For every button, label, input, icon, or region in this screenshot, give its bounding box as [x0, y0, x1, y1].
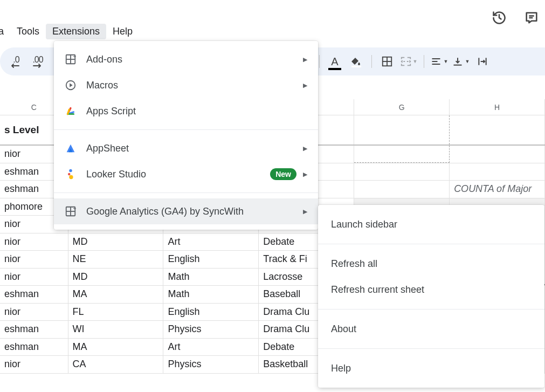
grid-cell[interactable]: Math: [163, 286, 259, 303]
grid-cell[interactable]: FL: [68, 304, 164, 321]
grid-cell[interactable]: [354, 181, 450, 198]
ext-label: Google Analytics (GA4) by SyncWith: [86, 206, 303, 217]
grid-cell[interactable]: MA: [68, 339, 164, 356]
grid-cell[interactable]: [450, 163, 545, 181]
history-icon[interactable]: [491, 10, 507, 26]
grid-cell[interactable]: [354, 146, 450, 163]
ext-label: AppSheet: [86, 143, 303, 154]
svg-marker-17: [70, 83, 73, 87]
toolbar-separator: [424, 55, 424, 68]
grid-cell[interactable]: Art: [163, 339, 259, 356]
chevron-right-icon: ▶: [303, 208, 307, 215]
chevron-right-icon: ▶: [303, 171, 307, 178]
grid-cell[interactable]: nior: [0, 269, 68, 286]
grid-cell[interactable]: English: [163, 304, 259, 321]
chevron-right-icon: ▶: [303, 82, 307, 89]
macros-icon: [64, 78, 78, 92]
grid-cell-counta[interactable]: COUNTA of Major: [450, 181, 545, 198]
merge-cells-button[interactable]: ▼: [399, 52, 418, 71]
fill-color-button[interactable]: [347, 52, 366, 71]
ext-appsheet[interactable]: AppSheet ▶: [54, 135, 318, 161]
appsheet-icon: [64, 141, 78, 155]
grid-cell[interactable]: CA: [68, 356, 164, 373]
looker-icon: [64, 167, 78, 181]
grid-cell[interactable]: WI: [68, 321, 164, 338]
grid-cell[interactable]: eshman: [0, 339, 68, 356]
grid-cell[interactable]: nior: [0, 233, 68, 251]
vertical-align-button[interactable]: ▼: [451, 52, 471, 71]
grid-cell[interactable]: eshman: [0, 286, 68, 303]
addons-icon: +: [64, 204, 78, 218]
menu-separator: [54, 129, 318, 130]
text-color-letter: A: [331, 56, 338, 68]
grid-cell[interactable]: nior: [0, 304, 68, 321]
ext-apps-script[interactable]: Apps Script: [54, 98, 318, 124]
apps-script-icon: [64, 104, 78, 118]
grid-cell[interactable]: [354, 163, 450, 181]
col-header-g[interactable]: G: [354, 99, 450, 115]
grid-cell[interactable]: MA: [68, 286, 164, 303]
submenu-refresh-all[interactable]: Refresh all: [318, 251, 544, 277]
submenu-launch-sidebar[interactable]: Launch sidebar: [318, 211, 544, 237]
grid-cell[interactable]: [450, 146, 545, 163]
ext-ga4-syncwith[interactable]: + Google Analytics (GA4) by SyncWith ▶: [54, 198, 318, 224]
menu-separator: [54, 192, 318, 193]
menubar: ta Tools Extensions Help: [0, 22, 545, 41]
text-wrap-button[interactable]: [473, 52, 492, 71]
decrease-decimal-button[interactable]: .0: [6, 52, 26, 71]
ext-label: Add-ons: [86, 54, 303, 65]
grid-cell[interactable]: Art: [163, 233, 259, 251]
horizontal-align-button[interactable]: ▼: [430, 52, 449, 71]
svg-point-19: [68, 173, 71, 176]
grid-cell[interactable]: [450, 115, 545, 145]
grid-cell[interactable]: Physics: [163, 356, 259, 373]
grid-cell[interactable]: Physics: [163, 321, 259, 338]
menu-tools[interactable]: Tools: [10, 24, 46, 39]
ext-looker-studio[interactable]: Looker Studio New ▶: [54, 161, 318, 187]
submenu-help[interactable]: Help: [318, 355, 544, 381]
text-color-underline: [328, 68, 341, 70]
col-header-h[interactable]: H: [450, 99, 545, 115]
grid-cell[interactable]: English: [163, 251, 259, 268]
text-color-button[interactable]: A: [325, 52, 344, 71]
counta-label: COUNTA of Major: [454, 183, 532, 195]
grid-cell[interactable]: nior: [0, 251, 68, 268]
submenu-refresh-current[interactable]: Refresh current sheet: [318, 277, 544, 302]
menu-help[interactable]: Help: [106, 24, 139, 39]
chevron-right-icon: ▶: [303, 56, 307, 63]
grid-cell[interactable]: MD: [68, 269, 164, 286]
addons-icon: +: [64, 52, 78, 66]
toolbar-separator: [319, 55, 320, 68]
grid-cell[interactable]: Math: [163, 269, 259, 286]
extensions-menu: + Add-ons ▶ Macros ▶ Apps Script AppShee…: [54, 41, 318, 230]
toolbar-separator: [371, 55, 372, 68]
comment-icon[interactable]: [523, 10, 540, 26]
grid-cell[interactable]: eshman: [0, 321, 68, 338]
ext-label: Macros: [86, 80, 303, 91]
ext-addons[interactable]: + Add-ons ▶: [54, 46, 318, 72]
svg-text:+: +: [73, 205, 77, 211]
svg-rect-2: [351, 66, 361, 67]
ext-label: Looker Studio: [86, 169, 270, 180]
chevron-right-icon: ▶: [303, 145, 307, 152]
menu-separator: [318, 309, 544, 310]
svg-point-20: [69, 175, 73, 179]
ga4-submenu: Launch sidebar Refresh all Refresh curre…: [318, 205, 544, 388]
svg-point-18: [69, 169, 72, 173]
ext-macros[interactable]: Macros ▶: [54, 72, 318, 98]
menu-separator: [318, 348, 544, 349]
svg-text:+: +: [73, 53, 77, 59]
menu-data-partial[interactable]: ta: [0, 24, 10, 39]
new-badge: New: [270, 168, 296, 180]
grid-cell[interactable]: MD: [68, 233, 164, 251]
grid-cell[interactable]: NE: [68, 251, 164, 268]
menu-separator: [318, 244, 544, 244]
increase-decimal-button[interactable]: .00: [28, 52, 47, 71]
menu-extensions[interactable]: Extensions: [46, 24, 106, 39]
submenu-about[interactable]: About: [318, 316, 544, 342]
grid-cell[interactable]: [354, 115, 450, 145]
grid-cell[interactable]: nior: [0, 356, 68, 373]
borders-button[interactable]: [377, 52, 397, 71]
ext-label: Apps Script: [86, 106, 307, 117]
